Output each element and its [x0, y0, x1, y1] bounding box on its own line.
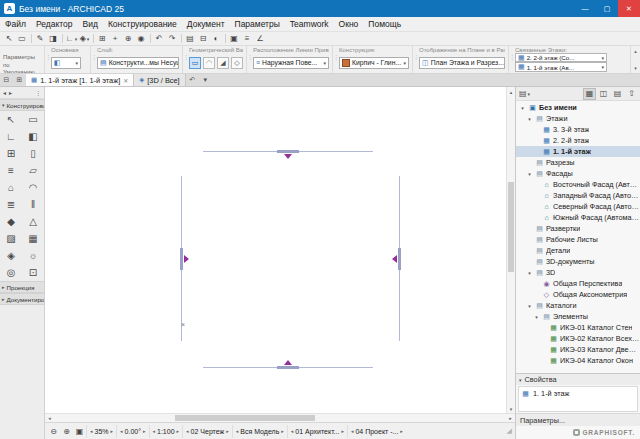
structure-combo[interactable]: Кирпич - Глин... ▾: [339, 57, 409, 69]
spinner-left-icon[interactable]: ◂: [120, 428, 123, 434]
tab-overview-icon[interactable]: ⊞: [13, 74, 26, 86]
roof-tool[interactable]: ⌂: [0, 179, 22, 196]
wall-tool[interactable]: ∟: [0, 128, 22, 145]
shell-tool[interactable]: ◠: [22, 179, 44, 196]
scale-combo[interactable]: ◂ 1:100 ▸: [149, 425, 183, 438]
zoom-out-icon[interactable]: ⊖: [47, 425, 60, 438]
layer-combo[interactable]: ▤ Конструкти...мы Несущие ▾: [97, 57, 179, 69]
spinner-left-icon[interactable]: ◂: [153, 428, 156, 434]
expand-arrow-icon[interactable]: ▾: [526, 270, 533, 276]
menu-item[interactable]: Файл: [0, 17, 31, 31]
spinner-left-icon[interactable]: ◂: [291, 428, 294, 434]
tree-item[interactable]: ▾ ▤ Каталоги: [516, 300, 640, 311]
curtain-wall-tool[interactable]: ▦: [22, 230, 44, 247]
spinner-right-icon[interactable]: ▸: [400, 428, 403, 434]
infobox-scrollbar[interactable]: ▴ ▾: [630, 46, 640, 73]
display-order-icon[interactable]: ≡: [241, 33, 254, 45]
previous-tab-icon[interactable]: ↶: [186, 74, 199, 86]
select-icon[interactable]: ↖: [3, 33, 16, 45]
tab-floor-plan[interactable]: ▦ 1. 1-й этаж [1. 1-й этаж] ✕: [26, 74, 134, 86]
menu-item[interactable]: Документ: [182, 17, 230, 31]
vertical-scrollbar[interactable]: ▴ ▾: [506, 87, 515, 413]
polygon-wall-icon[interactable]: ◇: [231, 57, 243, 69]
railing-tool[interactable]: ‖: [22, 196, 44, 213]
spinner-right-icon[interactable]: ▸: [226, 428, 229, 434]
top-link-story-combo[interactable]: ▦ 2. 2-й этаж (Со... ▾: [515, 53, 607, 63]
spinner-right-icon[interactable]: ▸: [281, 428, 284, 434]
expand-arrow-icon[interactable]: ▾: [519, 105, 526, 111]
tree-item[interactable]: ▦ ИКЭ-04 Каталог Окон: [516, 355, 640, 366]
spinner-right-icon[interactable]: ▸: [177, 428, 180, 434]
tab-menu-icon[interactable]: ▾: [199, 74, 212, 86]
tree-item[interactable]: ▤ Разрезы: [516, 157, 640, 168]
menu-item[interactable]: Редактор: [31, 17, 78, 31]
tree-item[interactable]: ▾ ▣ Без имени: [516, 102, 640, 113]
spinner-left-icon[interactable]: ◂: [351, 428, 354, 434]
spinner-left-icon[interactable]: ◂: [236, 428, 239, 434]
trim-icon[interactable]: ◨: [47, 33, 60, 45]
scroll-down-icon[interactable]: ▾: [634, 65, 637, 71]
expand-arrow-icon[interactable]: ▾: [533, 314, 540, 320]
zone-tool[interactable]: ▨: [0, 230, 22, 247]
tree-item[interactable]: ▤ 3D-документы: [516, 256, 640, 267]
layer-combination-combo[interactable]: ◂ 01 Архитект... ▸: [287, 425, 347, 438]
slab-tool[interactable]: ▱: [22, 162, 44, 179]
tab-3d[interactable]: ◈ [3D / Все]: [134, 74, 185, 86]
layers-icon[interactable]: ▤: [184, 33, 197, 45]
column-tool[interactable]: ▯: [22, 145, 44, 162]
scroll-up-icon[interactable]: ▴: [634, 48, 637, 54]
stories-icon[interactable]: ⊟: [197, 33, 210, 45]
toolbar-button[interactable]: [93, 34, 94, 43]
spinner-left-icon[interactable]: ◂: [90, 428, 93, 434]
drag-dots-icon[interactable]: ⋮: [35, 89, 41, 96]
reference-line-combo[interactable]: ≡ Наружная Пове... ▾: [253, 57, 329, 69]
curved-wall-icon[interactable]: ◠: [203, 57, 215, 69]
menu-item[interactable]: Параметры: [230, 17, 285, 31]
toolbox-section-document[interactable]: ▸ Документиро: [0, 293, 44, 305]
select-tool[interactable]: ↖: [0, 111, 22, 128]
fit-in-window-icon[interactable]: ▣: [73, 425, 86, 438]
spinner-left-icon[interactable]: ◂: [186, 428, 189, 434]
window-tool[interactable]: ⊞: [0, 145, 22, 162]
partial-structure-combo[interactable]: ◂ Вся Модель ▸: [232, 425, 287, 438]
tree-item[interactable]: ▤ Рабочие Листы: [516, 234, 640, 245]
grid-element-tool[interactable]: ⊡: [22, 264, 44, 281]
tab-close-icon[interactable]: ✕: [123, 77, 128, 84]
morph-tool[interactable]: ◆: [0, 213, 22, 230]
stair-tool[interactable]: ≣: [0, 196, 22, 213]
toolbar-button[interactable]: [31, 34, 32, 43]
maximize-button[interactable]: ▢: [596, 0, 618, 17]
drag-dots-icon[interactable]: ⋮: [509, 53, 515, 60]
menu-item[interactable]: Конструирование: [103, 17, 182, 31]
tree-item[interactable]: ▦ 3. 3-й этаж: [516, 124, 640, 135]
door-tool[interactable]: ◧: [22, 128, 44, 145]
wall-dropdown-icon[interactable]: ∟ ▾: [65, 33, 78, 45]
toolbar-button[interactable]: [150, 34, 151, 43]
elevation-marker-east[interactable]: [399, 176, 400, 341]
properties-header[interactable]: ▾ Свойства: [516, 373, 640, 385]
tree-item[interactable]: ◉ Общая Перспектива: [516, 278, 640, 289]
scroll-down-icon[interactable]: ▾: [507, 404, 515, 413]
lamp-tool[interactable]: ☼: [22, 247, 44, 264]
tree-item[interactable]: ▦ 2. 2-й этаж: [516, 135, 640, 146]
snap-points-icon[interactable]: ◉: [135, 33, 148, 45]
pencil-icon[interactable]: ✎: [34, 33, 47, 45]
elevation-marker-south[interactable]: [203, 367, 373, 368]
collapse-panel-icon[interactable]: ◂: [3, 89, 6, 96]
properties-item[interactable]: ▦ 1. 1-й этаж: [521, 388, 635, 399]
expand-panel-icon[interactable]: ▸: [9, 89, 12, 96]
scroll-left-icon[interactable]: ◂: [45, 414, 54, 422]
expand-arrow-icon[interactable]: ▾: [526, 116, 533, 122]
tree-item[interactable]: ▾ ▤ Элементы: [516, 311, 640, 322]
drag-dots-icon[interactable]: ⋮: [91, 53, 97, 60]
scroll-up-icon[interactable]: ▴: [507, 87, 515, 96]
tree-item[interactable]: ▤ Развертки: [516, 223, 640, 234]
expand-arrow-icon[interactable]: ▾: [526, 171, 533, 177]
tree-item[interactable]: ▾ ▤ Этажи: [516, 113, 640, 124]
toolbox-section-design[interactable]: ▾ Конструирован: [0, 99, 44, 111]
zoom-in-icon[interactable]: ⊕: [60, 425, 73, 438]
toolbar-button[interactable]: [181, 34, 182, 43]
guide-lines-icon[interactable]: +: [109, 33, 122, 45]
pen-set-combo[interactable]: ◂ 02 Чертеж ▸: [182, 425, 232, 438]
tree-item[interactable]: ▦ ИКЭ-02 Каталог Всех Проемов: [516, 333, 640, 344]
